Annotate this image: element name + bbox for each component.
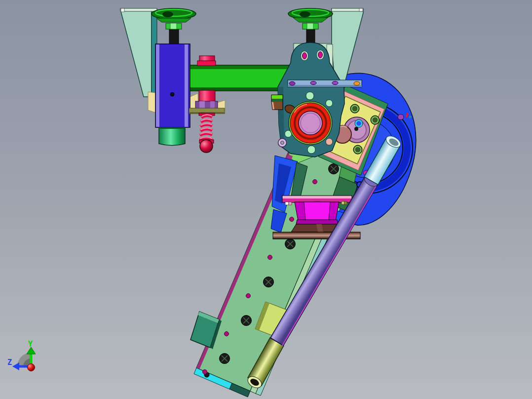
- model-canvas[interactable]: Z Y: [0, 0, 532, 399]
- beam-face: [190, 69, 291, 87]
- mount-skirt: [156, 18, 191, 22]
- ring-hole: [281, 141, 284, 145]
- vibration-mount-right[interactable]: [288, 8, 333, 45]
- block-hole: [170, 92, 174, 96]
- bearing-bore: [299, 111, 322, 135]
- hub-dot: [354, 127, 358, 131]
- gusset-face: [120, 10, 152, 97]
- grease-fitting: [356, 120, 362, 126]
- dome-hole-1: [303, 53, 307, 59]
- piston-seam: [159, 127, 185, 129]
- mount-box-face: [304, 202, 330, 221]
- main-bearing[interactable]: [289, 101, 332, 145]
- dome-hole-2: [318, 52, 323, 58]
- housing-plug: [398, 115, 404, 120]
- gusset-corner-tab: [121, 8, 124, 12]
- left-gusset-plate[interactable]: [120, 8, 157, 98]
- housing-mark-teal: [409, 116, 412, 119]
- bar-bolt-1: [289, 81, 295, 85]
- z-axis-arrow[interactable]: [12, 362, 19, 370]
- mount-box-base: [296, 220, 338, 224]
- orientation-triad[interactable]: Z Y: [7, 340, 36, 371]
- pin-bottom: [199, 90, 215, 102]
- spring-assembly[interactable]: [199, 113, 215, 153]
- bar-bolt-orange: [354, 81, 360, 85]
- bar-bolt-3: [332, 81, 338, 85]
- cross-beam[interactable]: [190, 65, 291, 91]
- bar-bolt-2: [310, 81, 316, 85]
- block-strip-left: [156, 44, 159, 127]
- gusset-corner-tab: [359, 8, 363, 11]
- pin-collar: [197, 61, 216, 66]
- y-axis-label: Y: [28, 340, 33, 349]
- shim-left: [148, 92, 155, 113]
- clamp-top: [271, 95, 283, 99]
- mount-nut-facet: [170, 23, 177, 29]
- mount-disc-shadow: [162, 11, 173, 17]
- clamp-stripe: [271, 99, 283, 102]
- bracket-bar-edge: [288, 85, 362, 87]
- block-piston: [159, 127, 185, 146]
- block-strip-right: [185, 44, 188, 127]
- retainer-ring[interactable]: [278, 139, 287, 147]
- gusset-top-strip: [332, 8, 363, 11]
- mount-skirt: [293, 18, 328, 22]
- gusset-top-strip: [120, 8, 157, 11]
- z-axis-label: Z: [7, 358, 12, 367]
- vibration-mount-left[interactable]: [152, 8, 196, 45]
- origin-ball[interactable]: [28, 364, 35, 371]
- cad-viewport[interactable]: Z Y: [0, 0, 532, 399]
- mount-bolt: [169, 29, 179, 45]
- flange-top-light: [282, 196, 352, 199]
- mount-disc: [152, 8, 196, 19]
- slide-block[interactable]: [155, 44, 190, 146]
- mount-disc-shadow: [300, 11, 310, 17]
- mount-nut-facet: [307, 23, 313, 29]
- spring-ball-end: [200, 140, 213, 153]
- pin-top: [199, 56, 215, 61]
- clamp-block[interactable]: [271, 95, 283, 110]
